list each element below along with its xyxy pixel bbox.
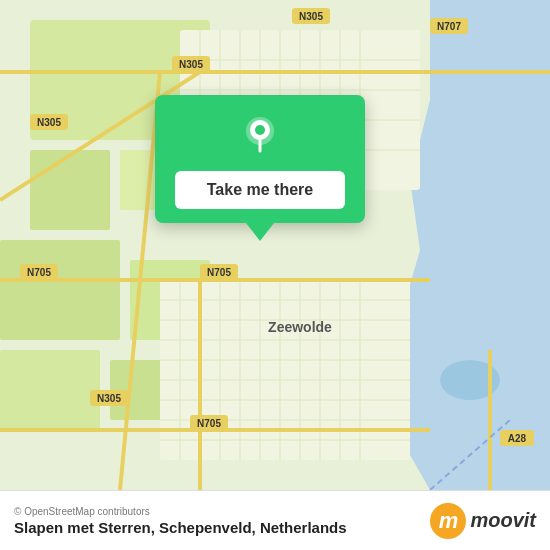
svg-text:N705: N705: [197, 418, 221, 429]
moovit-logo: m moovit: [430, 503, 536, 539]
location-popup: Take me there: [155, 95, 365, 223]
bottom-left: © OpenStreetMap contributors Slapen met …: [14, 506, 347, 536]
svg-text:N305: N305: [179, 59, 203, 70]
moovit-m-icon: m: [430, 503, 466, 539]
moovit-text: moovit: [470, 509, 536, 532]
take-me-there-button[interactable]: Take me there: [175, 171, 345, 209]
location-name: Slapen met Sterren, Schepenveld, Netherl…: [14, 519, 347, 536]
svg-rect-8: [0, 350, 100, 430]
svg-text:Zeewolde: Zeewolde: [268, 319, 332, 335]
popup-arrow: [246, 223, 274, 241]
svg-rect-24: [160, 280, 410, 460]
svg-text:N705: N705: [27, 267, 51, 278]
svg-text:N305: N305: [37, 117, 61, 128]
copyright-text: © OpenStreetMap contributors: [14, 506, 347, 517]
svg-rect-4: [30, 150, 110, 230]
bottom-bar: © OpenStreetMap contributors Slapen met …: [0, 490, 550, 550]
svg-text:A28: A28: [508, 433, 527, 444]
svg-rect-6: [0, 240, 120, 340]
svg-point-72: [255, 125, 265, 135]
svg-text:N705: N705: [207, 267, 231, 278]
svg-text:N305: N305: [97, 393, 121, 404]
map-container: N305 N305 N305 N305 N705 N705 N705 N707 …: [0, 0, 550, 490]
svg-text:N305: N305: [299, 11, 323, 22]
location-pin-icon: [238, 113, 282, 157]
svg-text:N707: N707: [437, 21, 461, 32]
